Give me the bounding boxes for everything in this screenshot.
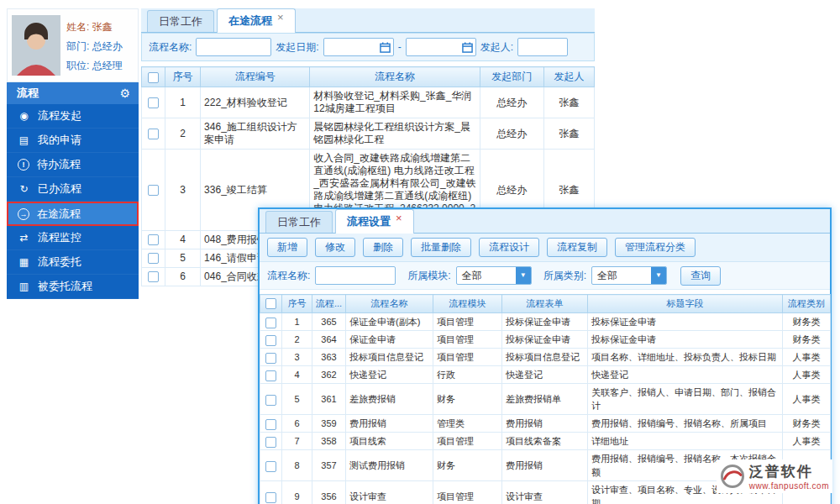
cell-name: 费用报销 [346,415,433,433]
logo-url: www.fanpusoft.com [749,481,829,491]
table-row[interactable]: 1 222_材料验收登记 材料验收登记_材料采购_张鑫_华润12城房建工程项目 … [142,87,595,118]
table-row[interactable]: 4 362 快递登记 行政 快递登记 快递登记 人事类 [260,366,831,384]
tab-in-transit-flow[interactable]: 在途流程 × [217,8,296,33]
header-no[interactable]: 序号 [282,295,312,313]
sidebar-item-flow-delegation[interactable]: ▦ 流程委托 [7,250,139,275]
header-flow-form[interactable]: 流程表单 [502,295,588,313]
cell-no: 2 [165,118,201,150]
batch-delete-button[interactable]: 批量删除 [411,238,471,257]
row-checkbox[interactable] [265,419,276,430]
header-flow-code[interactable]: 流程... [312,295,346,313]
flow-design-button[interactable]: 流程设计 [479,238,539,257]
cell-form: 差旅费报销单 [502,384,588,415]
close-icon[interactable]: × [396,213,402,223]
cell-code: 222_材料验收登记 [201,87,310,118]
start-date-input[interactable] [323,38,394,56]
flow-name-input[interactable] [196,38,271,56]
cell-category: 人事类 [783,349,831,366]
row-checkbox[interactable] [148,234,159,245]
edit-button[interactable]: 修改 [315,238,355,257]
query-button[interactable]: 查询 [680,266,721,286]
header-flow-category[interactable]: 流程类别 [783,295,831,313]
table-row[interactable]: 5 361 差旅费报销 财务 差旅费报销单 关联客户、报销人、申请日期、部门、报… [260,384,831,415]
module-select[interactable]: 全部 ▼ [456,266,532,285]
user-profile-card: 姓名: 张鑫 部门: 总经办 职位: 总经理 [7,8,139,82]
row-checkbox[interactable] [265,437,276,448]
header-flow-name[interactable]: 流程名称 [310,67,480,87]
header-no[interactable]: 序号 [165,67,201,87]
category-select[interactable]: 全部 ▼ [591,266,667,285]
row-checkbox[interactable] [148,271,159,282]
calendar-icon[interactable] [462,42,473,53]
row-checkbox[interactable] [265,353,276,364]
row-checkbox[interactable] [265,335,276,346]
cell-field: 项目名称、详细地址、投标负责人、投标日期 [588,349,783,366]
manage-flow-category-button[interactable]: 管理流程分类 [615,238,696,257]
header-sender[interactable]: 发起人 [543,67,594,87]
add-button[interactable]: 新增 [267,238,307,257]
sidebar-item-delegated-flows[interactable]: ▥ 被委托流程 [7,275,139,299]
sidebar-item-completed-flows[interactable]: ↻ 已办流程 [7,177,139,202]
sidebar-item-flow-start[interactable]: ◉ 流程发起 [7,104,139,129]
sidebar-item-in-transit-flows[interactable]: → 在途流程 [7,202,139,226]
start-date-field[interactable] [324,39,380,55]
header-checkbox-cell [142,67,165,87]
cell-field: 投标保证金申请 [588,313,783,331]
row-checkbox[interactable] [265,492,276,503]
cell-module: 项目管理 [433,433,502,450]
cell-field: 关联客户、报销人、申请日期、部门、报销合计 [588,384,783,415]
cell-code: 364 [312,331,346,349]
tab-daily-work[interactable]: 日常工作 [147,10,214,32]
table-row[interactable]: 1 365 保证金申请(副本) 项目管理 投标保证金申请 投标保证金申请 财务类 [260,313,831,331]
header-dept[interactable]: 发起部门 [480,67,543,87]
sidebar-item-my-applications[interactable]: ▤ 我的申请 [7,129,139,153]
category-select-value: 全部 [592,267,651,284]
gear-icon[interactable]: ⚙ [119,87,130,100]
flow-name-label: 流程名称: [267,269,310,283]
flow-copy-button[interactable]: 流程复制 [547,238,607,257]
select-all-checkbox[interactable] [265,298,276,309]
row-checkbox[interactable] [148,185,159,196]
header-flow-module[interactable]: 流程模块 [433,295,502,313]
table-row[interactable]: 2 364 保证金申请 项目管理 投标保证金申请 投标保证金申请 财务类 [260,331,831,349]
cell-sender: 张鑫 [543,118,594,150]
cell-form: 费用报销 [502,450,588,481]
row-checkbox[interactable] [265,318,276,328]
header-title-field[interactable]: 标题字段 [588,295,783,313]
cell-no: 9 [282,481,312,504]
select-all-checkbox[interactable] [148,72,159,83]
cell-field: 快递登记 [588,366,783,384]
flow-name-input[interactable] [315,266,396,285]
row-checkbox[interactable] [265,395,276,406]
sidebar-item-label: 待办流程 [37,157,81,172]
close-icon[interactable]: × [277,12,284,23]
row-checkbox[interactable] [265,461,276,472]
sidebar-item-flow-monitor[interactable]: ⇄ 流程监控 [7,226,139,250]
fanpu-logo: 泛普软件 www.fanpusoft.com [717,459,832,493]
tab-flow-settings[interactable]: 流程设置 × [335,209,414,234]
row-checkbox[interactable] [265,370,276,381]
row-checkbox[interactable] [148,97,159,108]
arrow-right-icon: → [18,208,29,220]
header-flow-code[interactable]: 流程编号 [201,67,310,87]
profile-job-title: 职位: 总经理 [66,56,123,76]
row-checkbox[interactable] [148,253,159,264]
table-row[interactable]: 2 346_施工组织设计方案申请 晨铭园林绿化工程组织设计方案_晨铭园林绿化工程… [142,118,595,150]
delete-button[interactable]: 删除 [363,238,403,257]
tab-label: 日常工作 [159,14,202,29]
chevron-down-icon: ▼ [516,267,531,284]
calendar-icon[interactable] [380,42,391,53]
table-row[interactable]: 7 358 项目线索 项目管理 项目线索备案 详细地址 人事类 [260,433,831,450]
end-date-field[interactable] [407,39,462,55]
header-flow-name[interactable]: 流程名称 [346,295,433,313]
cell-code: 363 [312,349,346,366]
table-row[interactable]: 6 359 费用报销 管理类 费用报销 费用报销、报销编号、报销名称、所属项目 … [260,415,831,433]
sitemap-icon: ▦ [18,256,30,268]
end-date-input[interactable] [406,38,476,56]
sender-input[interactable] [517,38,568,56]
sidebar-section-label: 流程 [17,86,39,101]
sidebar-item-pending-flows[interactable]: ! 待办流程 [7,153,139,177]
tab-daily-work[interactable]: 日常工作 [265,211,333,233]
row-checkbox[interactable] [148,129,159,139]
table-row[interactable]: 3 363 投标项目信息登记 项目管理 投标项目信息登记 项目名称、详细地址、投… [260,349,831,366]
